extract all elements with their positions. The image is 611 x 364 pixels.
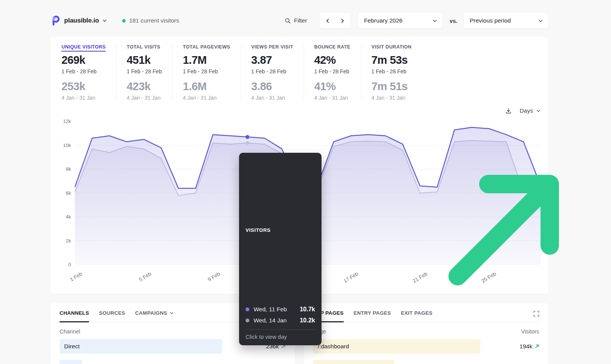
tab-entry-pages[interactable]: ENTRY PAGES bbox=[354, 310, 391, 322]
next-period-button[interactable] bbox=[336, 14, 349, 27]
filter-label: Filter bbox=[294, 17, 307, 24]
top-bar: plausible.io 181 current visitors Filter… bbox=[50, 13, 548, 29]
tab-exit-pages[interactable]: EXIT PAGES bbox=[401, 310, 433, 322]
stat-total-visits[interactable]: TOTAL VISITS 451k 1 Feb - 28 Feb 423k 4 … bbox=[127, 44, 173, 101]
tooltip-divider bbox=[246, 329, 315, 330]
stat-views-per-visit[interactable]: VIEWS PER VISIT 3.87 1 Feb - 28 Feb 3.86… bbox=[251, 44, 304, 101]
tab-channels[interactable]: CHANNELS bbox=[60, 310, 89, 322]
channel-row-partial[interactable] bbox=[60, 360, 286, 364]
live-dot-icon bbox=[122, 19, 126, 23]
expand-pages-button[interactable] bbox=[533, 310, 539, 318]
stat-unique-visitors[interactable]: UNIQUE VISITORS 269k 1 Feb - 28 Feb 253k… bbox=[61, 44, 116, 101]
plausible-logo bbox=[50, 16, 60, 26]
visitors-chart: 02k4k6k8k10k12k VISITORS 5% bbox=[58, 121, 541, 288]
x-axis-label: 1 Feb bbox=[69, 271, 83, 283]
filter-button[interactable]: Filter bbox=[284, 17, 307, 24]
site-switcher-chevron-down-icon[interactable] bbox=[102, 18, 107, 23]
current-series-dot-icon bbox=[246, 307, 249, 311]
current-visitors-label: 181 current visitors bbox=[129, 17, 179, 24]
chart-controls: Days bbox=[58, 105, 541, 116]
stat-total-pageviews[interactable]: TOTAL PAGEVIEWS 1.7M 1 Feb - 28 Feb 1.6M… bbox=[183, 44, 241, 101]
page-row-dashboard[interactable]: /:dashboard 194k bbox=[313, 339, 539, 354]
chevron-down-icon bbox=[536, 108, 541, 113]
tooltip-title: VISITORS bbox=[246, 227, 271, 233]
pages-tabs: TOP PAGES ENTRY PAGES EXIT PAGES bbox=[313, 310, 539, 322]
chart-tooltip: VISITORS 5% Wed, 11 Feb 10.7k Wed, 14 J bbox=[239, 153, 322, 345]
chart-y-axis: 02k4k6k8k10k12k bbox=[58, 121, 71, 265]
stats-row: UNIQUE VISITORS 269k 1 Feb - 28 Feb 253k… bbox=[58, 44, 541, 101]
chevron-down-icon bbox=[170, 311, 174, 315]
y-axis-label: 12k bbox=[63, 118, 71, 124]
tooltip-row-current: Wed, 11 Feb 10.7k bbox=[246, 306, 315, 313]
chevron-down-icon bbox=[432, 18, 437, 23]
page-visitors-value: 194k bbox=[519, 343, 539, 350]
stat-visit-duration[interactable]: VISIT DURATION 7m 53s 1 Feb - 28 Feb 7m … bbox=[372, 44, 422, 101]
trend-up-icon bbox=[535, 344, 539, 349]
y-axis-label: 8k bbox=[66, 166, 71, 172]
dashboard: plausible.io 181 current visitors Filter… bbox=[50, 13, 548, 364]
x-axis-label: 5 Feb bbox=[138, 271, 152, 283]
date-range-selector[interactable]: February 2026 bbox=[358, 13, 443, 29]
tab-campaigns[interactable]: CAMPAIGNS bbox=[135, 310, 174, 322]
y-axis-label: 0 bbox=[68, 262, 71, 267]
download-icon bbox=[505, 107, 512, 115]
channel-bar bbox=[60, 360, 82, 364]
previous-series-dot-icon bbox=[246, 319, 249, 322]
stat-bounce-rate[interactable]: BOUNCE RATE 42% 1 Feb - 28 Feb 41% 4 Jan… bbox=[314, 44, 361, 101]
period-nav bbox=[320, 13, 350, 29]
search-icon bbox=[284, 18, 291, 24]
chevron-left-icon bbox=[325, 18, 330, 23]
y-axis-label: 4k bbox=[66, 214, 71, 220]
comparison-selector[interactable]: Previous period bbox=[464, 13, 548, 29]
y-axis-label: 10k bbox=[63, 142, 71, 148]
interval-label: Days bbox=[520, 107, 533, 114]
pages-panel: TOP PAGES ENTRY PAGES EXIT PAGES Page Vi… bbox=[304, 303, 548, 364]
visitors-card: UNIQUE VISITORS 269k 1 Feb - 28 Feb 253k… bbox=[50, 37, 548, 294]
site-name[interactable]: plausible.io bbox=[64, 17, 99, 24]
date-range-label: February 2026 bbox=[364, 17, 402, 24]
page-bar bbox=[313, 360, 394, 364]
chevron-right-icon bbox=[340, 18, 345, 23]
tooltip-row-previous: Wed, 14 Jan 10.2k bbox=[246, 317, 315, 324]
pages-column-headers: Page Visitors bbox=[313, 328, 539, 335]
download-button[interactable] bbox=[505, 107, 512, 115]
interval-selector[interactable]: Days bbox=[520, 107, 541, 114]
tooltip-hint: Click to view day bbox=[246, 334, 315, 340]
comparison-label: Previous period bbox=[470, 17, 511, 24]
previous-period-button[interactable] bbox=[321, 14, 334, 27]
y-axis-label: 2k bbox=[66, 238, 71, 244]
x-axis-label: 9 Feb bbox=[207, 271, 221, 283]
tooltip-change: 5% bbox=[271, 159, 611, 302]
page-row-partial[interactable] bbox=[313, 360, 539, 364]
current-visitors[interactable]: 181 current visitors bbox=[122, 17, 179, 24]
y-axis-label: 6k bbox=[66, 190, 71, 196]
expand-icon bbox=[533, 311, 539, 317]
trend-up-icon bbox=[271, 159, 611, 302]
tab-sources[interactable]: SOURCES bbox=[99, 310, 125, 322]
channel-bar bbox=[60, 339, 222, 354]
vs-label: vs. bbox=[449, 18, 457, 24]
chart-plot-area[interactable]: VISITORS 5% Wed, 11 Feb 10.7k Wed, 14 J bbox=[75, 121, 541, 265]
chevron-down-icon bbox=[538, 18, 543, 23]
